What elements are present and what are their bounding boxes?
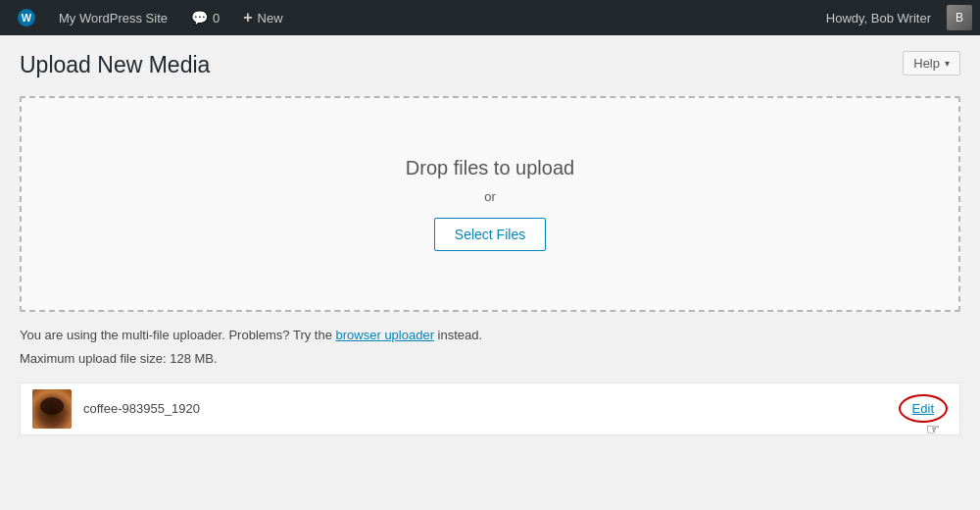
adminbar-right: Howdy, Bob Writer B [816, 5, 972, 30]
comments-count-label: 0 [213, 11, 220, 26]
upload-drop-zone[interactable]: Drop files to upload or Select Files [20, 96, 960, 312]
chevron-down-icon: ▾ [945, 58, 950, 69]
edit-circle-highlight: Edit [899, 394, 948, 423]
plus-icon: + [243, 9, 252, 26]
adminbar-wp-logo-item[interactable]: W [8, 0, 45, 35]
select-files-button[interactable]: Select Files [434, 218, 546, 251]
help-button-label: Help [913, 56, 940, 71]
site-name-label: My WordPress Site [59, 11, 168, 26]
adminbar-new-item[interactable]: + New [233, 0, 292, 35]
or-text: or [484, 189, 496, 204]
media-thumbnail [32, 389, 72, 429]
adminbar-comments-item[interactable]: 💬 0 [181, 0, 229, 35]
media-file-row: coffee-983955_1920 Edit ☞ [20, 382, 960, 435]
info-line1-suffix: instead. [434, 328, 482, 342]
cursor-hand-icon: ☞ [926, 420, 940, 438]
media-file-left: coffee-983955_1920 [32, 389, 200, 429]
media-filename: coffee-983955_1920 [83, 401, 200, 416]
admin-bar: W My WordPress Site 💬 0 + New Howdy, Bob… [0, 0, 980, 35]
new-label: New [258, 11, 283, 26]
info-section: You are using the multi-file uploader. P… [20, 326, 960, 369]
page-header: Upload New Media Help ▾ [20, 51, 960, 80]
main-content: Upload New Media Help ▾ Drop files to up… [0, 35, 980, 451]
adminbar-site-name-item[interactable]: My WordPress Site [49, 0, 177, 35]
multi-uploader-info: You are using the multi-file uploader. P… [20, 326, 960, 345]
adminbar-left: W My WordPress Site 💬 0 + New [8, 0, 293, 35]
edit-link-wrapper: Edit ☞ [899, 394, 948, 423]
drop-files-text: Drop files to upload [406, 157, 574, 179]
howdy-text: Howdy, Bob Writer [816, 11, 941, 26]
browser-uploader-link[interactable]: browser uploader [336, 328, 434, 342]
coffee-thumbnail-image [32, 389, 72, 429]
max-upload-size-text: Maximum upload file size: 128 MB. [20, 349, 960, 369]
avatar-inner: B [947, 5, 972, 30]
page-title: Upload New Media [20, 51, 210, 80]
edit-link[interactable]: Edit [912, 401, 934, 416]
help-button[interactable]: Help ▾ [903, 51, 960, 76]
comment-icon: 💬 [191, 10, 208, 26]
info-line1-prefix: You are using the multi-file uploader. P… [20, 328, 336, 342]
user-avatar[interactable]: B [947, 5, 972, 30]
wp-logo-icon: W [18, 9, 35, 26]
